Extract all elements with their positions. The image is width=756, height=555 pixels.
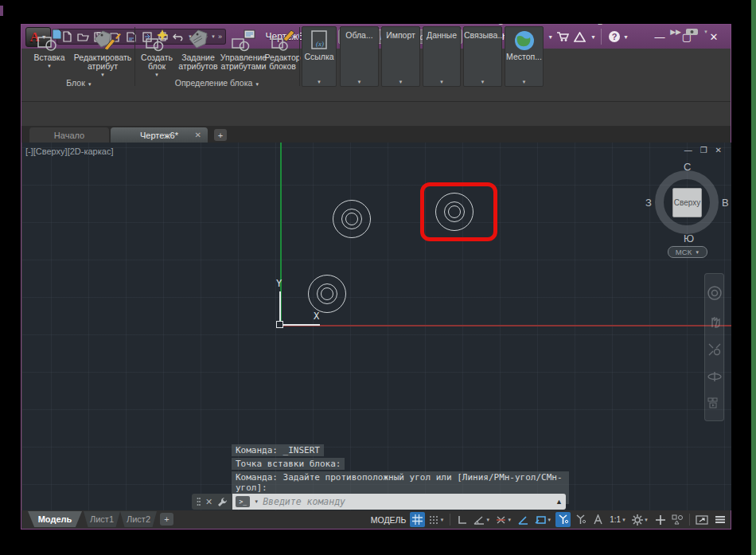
create-block-button[interactable]: Создать блок ▼ [137,26,177,80]
osnap-2d-icon [558,514,568,525]
orbit-icon[interactable] [707,371,722,382]
panel-import[interactable]: Импорт ▼ [381,26,420,87]
command-history-line: Команда: _INSERT [232,444,324,456]
isolate-objects-button[interactable] [670,512,685,527]
a360-icon[interactable] [574,32,586,42]
panel-blockdef-label[interactable]: Определение блока ▼ [135,78,299,88]
panel-dropdown-icon[interactable]: ▼ [505,80,543,84]
user-dropdown-icon[interactable]: ▼ [548,34,553,40]
grid-icon [412,514,423,525]
file-tab-start[interactable]: Начало [29,127,109,143]
new-layout-button[interactable]: + [160,513,173,526]
dynamic-input-button[interactable]: ▼ [533,512,553,527]
polar-tracking-button[interactable]: ▼ [472,512,492,527]
viewcube-south[interactable]: Ю [684,233,694,244]
panel-dropdown-icon[interactable]: ▼ [423,80,460,84]
panel-block-label[interactable]: Блок ▼ [25,78,134,88]
manage-attributes-button[interactable]: Управление атрибутами [220,26,267,71]
fullscreen-icon [696,515,708,525]
layout-tab-model[interactable]: Модель [28,511,82,527]
a360-dropdown-icon[interactable]: ▼ [590,34,596,40]
svg-text:(x): (x) [316,40,324,48]
command-input[interactable]: >_ ▼ Введите команду ▲ [232,494,566,510]
command-bar-grip[interactable]: ✕ [192,494,232,510]
customization-button[interactable] [712,512,727,527]
navigation-wheel-icon[interactable] [707,286,722,300]
record-dropdown-icon[interactable]: ▼ [703,29,708,34]
block-editor-icon [271,26,294,52]
workspace-button[interactable]: ▼ [630,512,650,527]
block-editor-button[interactable]: Редактор блоков [266,26,299,71]
new-drawing-tab-button[interactable]: + [214,129,227,141]
help-group: ? ▼ [601,29,629,45]
panel-dropdown-icon[interactable]: ▼ [464,80,501,84]
wrench-icon[interactable] [217,497,228,506]
hamburger-icon [715,515,726,524]
ortho-button[interactable] [454,512,470,527]
panel-dropdown-icon[interactable]: ▼ [302,80,336,84]
highlight-layer [22,143,731,510]
file-tab-drawing[interactable]: Чертеж6* ✕ [111,127,208,143]
record-icon[interactable] [686,28,699,36]
navigation-bar[interactable] [704,273,724,421]
layout-tab-sheet2[interactable]: Лист2 [120,511,157,527]
isodraft-button[interactable]: ▼ [494,512,513,527]
ucs-selector-button[interactable]: МСК▼ [668,246,707,258]
snap-button[interactable]: ▼ [427,512,446,527]
command-expand-icon[interactable]: ▲ [555,498,563,506]
command-history-line: Точка вставки блока: [232,458,345,470]
panel-location[interactable]: Местоп... ▼ [505,26,544,87]
define-attributes-button[interactable]: Задание атрибутов [178,26,218,71]
isodraft-icon [496,515,506,525]
command-prompt-icon[interactable]: >_ [236,496,250,507]
chevron-down-icon: ▼ [695,250,699,255]
panel-point-cloud[interactable]: Обла... ▼ [340,26,379,87]
zoom-icon[interactable] [708,343,721,356]
osnap-3d-button[interactable] [573,512,588,527]
viewcube[interactable]: С Ю В З Сверху [649,164,725,252]
cleanscreen-button[interactable] [694,512,710,527]
layout-tab-sheet1[interactable]: Лист1 [84,511,120,527]
ortho-icon [458,515,467,525]
grid-button[interactable] [410,512,425,527]
viewcube-west[interactable]: З [645,197,652,209]
annotation-scale-button[interactable]: 1:1▼ [608,512,628,527]
panel-reference[interactable]: (x) Ссылка ▼ [302,26,337,87]
pan-icon[interactable] [708,315,721,328]
command-dropdown-icon[interactable]: ▼ [254,499,259,504]
panel-linking[interactable]: Связыва... ▼ [463,26,502,87]
panel-data[interactable]: Данные ▼ [423,26,461,87]
viewcube-north[interactable]: С [684,161,691,173]
status-bar: Модель Лист1 Лист2 + МОДЕЛЬ ▼ ▼ ▼ ▼ 1:1▼… [21,510,731,529]
gear-icon [632,514,643,526]
model-space-button[interactable]: МОДЕЛЬ [369,512,408,527]
minimize-button[interactable]: — [646,25,673,49]
polar-icon [473,515,485,525]
file-tab-close-icon[interactable]: ✕ [195,131,201,139]
osnap-2d-button[interactable] [555,512,571,527]
command-line-bar[interactable]: ✕ >_ ▼ Введите команду ▲ [192,494,566,510]
edit-attribute-button[interactable]: Редактировать атрибут ▼ [72,26,133,80]
reference-icon: (x) [302,29,336,52]
cart-icon[interactable] [556,31,569,42]
viewcube-east[interactable]: В [722,197,729,209]
store-group: ▼ [556,29,596,45]
object-snap-tracking-button[interactable] [516,512,531,527]
panel-dropdown-icon[interactable]: ▼ [341,80,378,84]
edit-attribute-icon [90,26,115,52]
help-icon[interactable]: ? [608,30,621,43]
globe-icon [505,29,543,52]
drag-handle-icon[interactable] [197,497,201,506]
drawing-canvas[interactable]: [-][Сверху][2D-каркас] — ❐ ✕ Y X С Ю В З… [22,143,731,510]
viewcube-face-top[interactable]: Сверху [672,188,702,217]
crosshair-button[interactable] [653,512,668,527]
snap-grid-icon [429,515,438,525]
ribbon-overflow-icon[interactable]: ▶▶ [670,28,681,36]
showmotion-icon[interactable] [707,397,722,408]
help-dropdown-icon[interactable]: ▼ [623,34,629,40]
annotation-visibility-button[interactable] [590,512,606,527]
panel-dropdown-icon[interactable]: ▼ [382,80,419,84]
command-close-icon[interactable]: ✕ [205,497,212,507]
insert-block-button[interactable]: Вставка ▼ [26,26,72,71]
define-attributes-icon [186,26,210,52]
